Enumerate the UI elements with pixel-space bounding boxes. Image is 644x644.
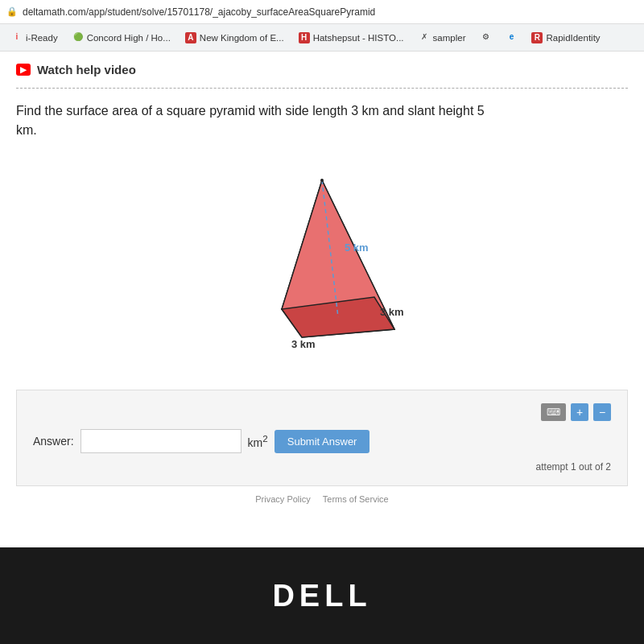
answer-section: ⌨ + − Answer: km2 Submit Answer attempt … (16, 390, 628, 486)
svg-text:3 km: 3 km (380, 306, 404, 318)
bookmark-rapididentity-label: RapidIdentity (546, 33, 600, 43)
rapididentity-icon: R (531, 32, 543, 43)
iready-icon: i (11, 32, 23, 43)
svg-text:5 km: 5 km (345, 242, 369, 254)
bookmark-edge[interactable]: e (499, 30, 523, 46)
dell-bar: DELL (0, 547, 644, 644)
lock-icon: 🔒 (6, 6, 18, 17)
bookmark-newkingdom[interactable]: A New Kingdom of E... (179, 30, 291, 46)
bookmark-gear[interactable]: ⚙ (473, 30, 497, 46)
bookmark-hatshepsut[interactable]: H Hatshepsut - HISTO... (292, 30, 411, 46)
bookmark-hatshepsut-label: Hatshepsut - HISTO... (313, 33, 404, 43)
bookmark-concord[interactable]: 🟢 Concord High / Ho... (66, 30, 177, 46)
submit-button[interactable]: Submit Answer (275, 430, 370, 453)
page-content: ▶ Watch help video Find the surface area… (0, 52, 644, 547)
svg-text:3 km: 3 km (291, 338, 316, 350)
problem-text: Find the surface area of a square pyrami… (16, 101, 628, 140)
watch-help-label: Watch help video (37, 63, 136, 76)
bookmark-iready-label: i-Ready (26, 33, 58, 43)
bookmark-sampler-label: sampler (433, 33, 466, 43)
newkingdom-icon: A (185, 32, 196, 43)
watch-help-section[interactable]: ▶ Watch help video (16, 63, 628, 76)
concord-icon: 🟢 (72, 32, 84, 43)
youtube-icon: ▶ (16, 64, 31, 76)
footer: Privacy Policy Terms of Service (16, 486, 628, 512)
gear-icon: ⚙ (480, 32, 491, 43)
problem-line1: Find the surface area of a square pyrami… (16, 104, 485, 118)
address-text: deltamath.com/app/student/solve/15701178… (23, 6, 375, 18)
pyramid-container: 5 km 3 km 3 km (16, 156, 628, 365)
bookmark-iready[interactable]: i i-Ready (5, 30, 64, 46)
bookmark-concord-label: Concord High / Ho... (87, 33, 171, 43)
sampler-icon: ✗ (419, 32, 430, 43)
bookmark-rapididentity[interactable]: R RapidIdentity (525, 30, 606, 46)
zoom-out-button[interactable]: − (593, 403, 611, 421)
unit-label: km2 (248, 433, 268, 449)
section-divider (16, 88, 628, 89)
browser-chrome: 🔒 deltamath.com/app/student/solve/157011… (0, 0, 644, 52)
answer-label: Answer: (33, 435, 74, 448)
answer-row: Answer: km2 Submit Answer (33, 429, 611, 453)
problem-line2: km. (16, 123, 37, 137)
terms-link[interactable]: Terms of Service (323, 494, 389, 504)
bookmark-sampler[interactable]: ✗ sampler (412, 30, 473, 46)
edge-icon: e (506, 32, 517, 43)
svg-point-5 (320, 179, 324, 182)
zoom-in-button[interactable]: + (571, 403, 588, 421)
keyboard-button[interactable]: ⌨ (541, 403, 566, 421)
answer-input[interactable] (80, 429, 242, 453)
answer-toolbar: ⌨ + − (33, 403, 611, 421)
address-bar[interactable]: 🔒 deltamath.com/app/student/solve/157011… (0, 0, 644, 24)
attempt-text: attempt 1 out of 2 (33, 461, 611, 473)
bookmark-newkingdom-label: New Kingdom of E... (200, 33, 284, 43)
bookmarks-bar: i i-Ready 🟢 Concord High / Ho... A New K… (0, 24, 644, 52)
hatshepsut-icon: H (299, 32, 310, 43)
dell-logo: DELL (272, 579, 371, 613)
privacy-link[interactable]: Privacy Policy (255, 494, 310, 504)
pyramid-diagram: 5 km 3 km 3 km (233, 156, 411, 365)
